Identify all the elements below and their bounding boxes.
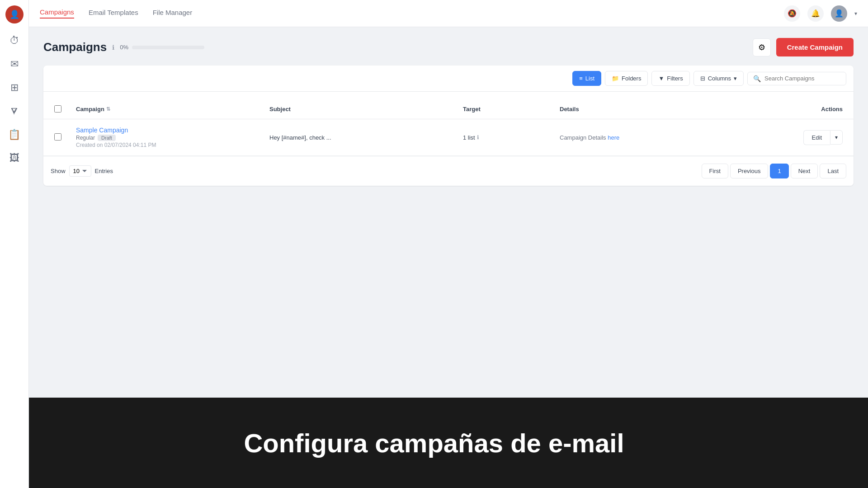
user-avatar[interactable]: 👤 bbox=[831, 5, 847, 22]
main-content: Campaigns ℹ 0% ⚙ Create Campaign ≡ List … bbox=[29, 27, 868, 325]
sidebar-item-dashboard[interactable]: ⏱ bbox=[5, 31, 24, 51]
sidebar-item-reports[interactable]: 📋 bbox=[5, 125, 24, 145]
search-icon: 🔍 bbox=[753, 75, 761, 82]
next-page-button[interactable]: Next bbox=[791, 164, 818, 178]
last-page-button[interactable]: Last bbox=[820, 164, 846, 178]
email-icon: ✉ bbox=[10, 58, 19, 70]
previous-page-button[interactable]: Previous bbox=[730, 164, 769, 178]
reports-icon: 📋 bbox=[8, 129, 20, 141]
entries-label: Entries bbox=[95, 168, 113, 174]
th-subject-label: Subject bbox=[269, 106, 291, 113]
campaign-name[interactable]: Sample Campaign bbox=[76, 127, 262, 134]
sidebar-item-pipeline[interactable]: ⊞ bbox=[5, 78, 24, 98]
notification-bell-icon[interactable]: 🔔 bbox=[807, 5, 824, 22]
page-title-area: Campaigns ℹ 0% bbox=[43, 40, 204, 54]
edit-dropdown-button[interactable]: ▾ bbox=[830, 130, 843, 145]
banner-text: Configura campañas de e-mail bbox=[244, 428, 624, 458]
campaign-type-label: Regular bbox=[76, 135, 95, 141]
sidebar-item-email[interactable]: ✉ bbox=[5, 54, 24, 74]
progress-percent: 0% bbox=[120, 44, 128, 51]
target-text: 1 list ℹ bbox=[463, 134, 552, 141]
columns-chevron-icon: ▾ bbox=[734, 75, 737, 82]
current-page-button[interactable]: 1 bbox=[770, 164, 788, 178]
table-header-row: Campaign ⇅ Subject Target Details Action… bbox=[43, 99, 854, 119]
folders-button[interactable]: 📁 Folders bbox=[605, 71, 648, 86]
table-row: Sample Campaign Regular Draft Created on… bbox=[43, 119, 854, 156]
th-campaign-label: Campaign bbox=[76, 106, 104, 113]
bottom-banner: Configura campañas de e-mail bbox=[0, 398, 868, 488]
progress-bar-background bbox=[132, 46, 204, 49]
target-info-icon[interactable]: ℹ bbox=[477, 134, 479, 141]
th-campaign: Campaign ⇅ bbox=[72, 99, 266, 119]
landing-icon: 🖼 bbox=[9, 152, 19, 164]
th-actions: Actions bbox=[750, 99, 846, 119]
th-subject: Subject bbox=[266, 99, 459, 119]
create-campaign-button[interactable]: Create Campaign bbox=[776, 38, 854, 56]
th-details: Details bbox=[556, 99, 750, 119]
toolbar: ≡ List 📁 Folders ▼ Filters ⊟ Columns ▾ 🔍 bbox=[43, 66, 854, 92]
nav-file-manager[interactable]: File Manager bbox=[153, 9, 193, 18]
pagination-bar: Show 10 25 50 Entries First Previous 1 N… bbox=[43, 156, 854, 186]
info-icon: ℹ bbox=[112, 44, 114, 51]
page-title: Campaigns bbox=[43, 40, 107, 54]
campaigns-table-container: ≡ List 📁 Folders ▼ Filters ⊟ Columns ▾ 🔍 bbox=[43, 66, 854, 186]
dashboard-icon: ⏱ bbox=[9, 35, 19, 47]
avatar-icon: 👤 bbox=[9, 9, 19, 19]
target-cell: 1 list ℹ bbox=[459, 127, 556, 148]
target-value: 1 list bbox=[463, 134, 475, 141]
sidebar-item-landing[interactable]: 🖼 bbox=[5, 148, 24, 168]
pipeline-icon: ⊞ bbox=[10, 82, 19, 94]
details-link[interactable]: here bbox=[608, 134, 619, 141]
header-actions: ⚙ Create Campaign bbox=[753, 38, 854, 56]
edit-button[interactable]: Edit bbox=[803, 130, 830, 145]
details-cell: Campaign Details here bbox=[556, 127, 750, 148]
search-input[interactable] bbox=[764, 75, 840, 82]
nav-campaigns[interactable]: Campaigns bbox=[40, 8, 74, 19]
columns-label: Columns bbox=[708, 75, 731, 82]
select-all-checkbox[interactable] bbox=[54, 105, 61, 113]
edit-button-group: Edit ▾ bbox=[803, 130, 843, 145]
row-checkbox[interactable] bbox=[54, 133, 61, 141]
columns-button[interactable]: ⊟ Columns ▾ bbox=[693, 71, 744, 86]
th-actions-label: Actions bbox=[821, 106, 843, 113]
first-page-button[interactable]: First bbox=[702, 164, 728, 178]
topnav-right: 🔕 🔔 👤 ▾ bbox=[784, 5, 857, 22]
settings-button[interactable]: ⚙ bbox=[753, 38, 771, 56]
sidebar-item-contacts[interactable]: ⛛ bbox=[5, 101, 24, 121]
sort-icon[interactable]: ⇅ bbox=[106, 106, 110, 112]
row-checkbox-cell bbox=[51, 126, 72, 149]
show-label: Show bbox=[51, 168, 66, 174]
filters-button[interactable]: ▼ Filters bbox=[651, 71, 689, 86]
sidebar-avatar[interactable]: 👤 bbox=[5, 5, 24, 23]
list-view-button[interactable]: ≡ List bbox=[572, 71, 601, 86]
campaign-date: Created on 02/07/2024 04:11 PM bbox=[76, 142, 262, 148]
filter-icon: ▼ bbox=[658, 75, 664, 82]
campaign-cell: Sample Campaign Regular Draft Created on… bbox=[72, 119, 266, 155]
notification-silent-icon[interactable]: 🔕 bbox=[784, 5, 800, 22]
filters-label: Filters bbox=[667, 75, 683, 82]
list-icon: ≡ bbox=[579, 75, 583, 82]
campaign-type: Regular Draft bbox=[76, 135, 262, 141]
progress-area: 0% bbox=[120, 44, 204, 51]
topnav: Campaigns Email Templates File Manager 🔕… bbox=[29, 0, 868, 27]
show-entries: Show 10 25 50 Entries bbox=[51, 165, 113, 177]
user-chevron-icon[interactable]: ▾ bbox=[854, 10, 857, 17]
th-checkbox bbox=[51, 99, 72, 119]
draft-badge: Draft bbox=[98, 135, 116, 141]
folder-icon: 📁 bbox=[612, 75, 619, 82]
search-box: 🔍 bbox=[747, 72, 846, 85]
columns-icon: ⊟ bbox=[700, 75, 705, 82]
subject-text: Hey [#name#], check ... bbox=[269, 134, 331, 141]
sidebar: 👤 ⏱ ✉ ⊞ ⛛ 📋 🖼 bbox=[0, 0, 29, 488]
th-target: Target bbox=[459, 99, 556, 119]
th-details-label: Details bbox=[560, 106, 579, 113]
folders-label: Folders bbox=[622, 75, 641, 82]
actions-cell: Edit ▾ bbox=[750, 123, 846, 152]
page-header: Campaigns ℹ 0% ⚙ Create Campaign bbox=[43, 38, 854, 56]
contacts-icon: ⛛ bbox=[9, 105, 19, 117]
topnav-links: Campaigns Email Templates File Manager bbox=[40, 8, 784, 19]
list-label: List bbox=[585, 75, 594, 82]
nav-email-templates[interactable]: Email Templates bbox=[89, 9, 138, 18]
th-target-label: Target bbox=[463, 106, 481, 113]
entries-select[interactable]: 10 25 50 bbox=[69, 165, 91, 177]
